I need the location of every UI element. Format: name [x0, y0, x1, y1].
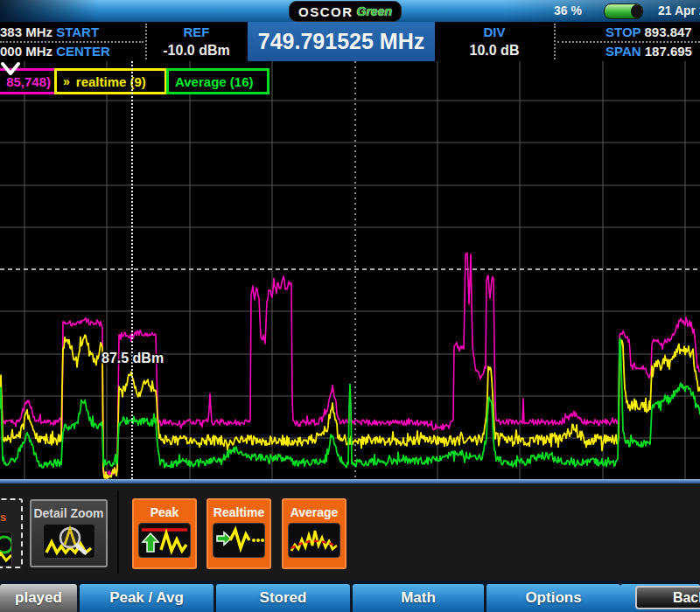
ref-cell[interactable]: REF -10.0 dBm: [147, 22, 246, 61]
cursor-amplitude-label: 87.5 dBm: [102, 351, 164, 366]
logo-text-oscor: OSCOR: [298, 4, 354, 19]
ref-label: REF: [147, 24, 246, 39]
legend-average-text: Average (16): [175, 74, 254, 89]
start-center-cell[interactable]: 383 MHz START 000 MHz CENTER: [0, 22, 145, 61]
tab-math[interactable]: Math: [353, 584, 484, 612]
active-trace-arrow-icon: »: [63, 74, 70, 88]
tab-stored[interactable]: Stored: [216, 584, 350, 612]
average-button-label: Average: [284, 505, 345, 519]
peak-trace-button[interactable]: Peak: [132, 498, 197, 569]
dotted-separator: [0, 41, 144, 43]
tab-displayed-label: played: [15, 589, 62, 607]
tab-stored-label: Stored: [260, 589, 307, 607]
date-display: 21 Apr 20: [658, 3, 700, 17]
center-value: 000 MHz: [0, 44, 52, 59]
tab-peak-avg[interactable]: Peak / Avg: [80, 584, 214, 612]
trace-toolbar: s Detail Zoom Peak: [0, 483, 700, 581]
partial-button-icon: [0, 532, 12, 567]
spectrum-plot[interactable]: 85,748) » realtime (9) Average (16) 87.5…: [0, 61, 700, 479]
start-label: START: [56, 24, 99, 39]
tab-options-label: Options: [525, 589, 581, 607]
detail-zoom-icon: [43, 524, 95, 559]
detail-zoom-button[interactable]: Detail Zoom: [30, 499, 108, 567]
realtime-trace-icon: [213, 523, 265, 558]
span-value: 187.695: [645, 44, 692, 59]
start-value: 383 MHz: [0, 24, 52, 39]
tab-displayed[interactable]: played: [0, 584, 77, 612]
back-button[interactable]: Back: [635, 586, 700, 609]
tab-peak-avg-label: Peak / Avg: [109, 589, 184, 607]
legend-average-trace[interactable]: Average (16): [166, 68, 270, 94]
battery-tip: [631, 4, 643, 18]
realtime-button-label: Realtime: [208, 505, 270, 519]
frequency-readout-header: 383 MHz START 000 MHz CENTER REF -10.0 d…: [0, 22, 700, 61]
average-trace-icon: [288, 523, 340, 558]
partial-button-label-fragment: s: [0, 511, 6, 524]
tab-options[interactable]: Options: [486, 584, 620, 612]
center-frequency-display[interactable]: 749.791525 MHz: [248, 22, 435, 61]
bottom-tab-bar: played Peak / Avg Stored Math Options: [0, 581, 700, 612]
div-cell[interactable]: DIV 10.0 dB: [435, 22, 554, 61]
tab-math-label: Math: [401, 589, 436, 607]
spectrum-traces: [0, 61, 700, 479]
average-trace-button[interactable]: Average: [282, 498, 346, 569]
span-label: SPAN: [606, 44, 641, 59]
peak-trace-icon: [138, 523, 191, 558]
peak-button-label: Peak: [134, 505, 195, 519]
dotted-separator: [557, 41, 700, 43]
toolbar-separator: [117, 490, 119, 574]
stop-label: STOP: [606, 24, 640, 39]
stop-value: 893.847: [644, 24, 691, 39]
ref-value: -10.0 dBm: [147, 43, 246, 59]
partial-left-button[interactable]: s: [0, 498, 23, 568]
legend-realtime-text: realtime (9): [76, 74, 146, 89]
oscor-green-logo: OSCOR Green: [289, 1, 402, 22]
detail-zoom-label: Detail Zoom: [32, 506, 106, 520]
logo-text-green: Green: [357, 4, 392, 18]
cursor-arrow-icon: [0, 61, 21, 77]
legend-realtime-trace[interactable]: » realtime (9): [54, 68, 167, 94]
top-status-bar: OSCOR Green 36 % 21 Apr 20: [0, 0, 700, 22]
battery-percentage: 36 %: [554, 3, 582, 17]
div-value: 10.0 dB: [435, 43, 554, 59]
battery-icon: [604, 3, 643, 19]
realtime-trace-button[interactable]: Realtime: [206, 498, 271, 569]
frequency-cursor-line[interactable]: [131, 61, 133, 479]
div-label: DIV: [435, 24, 554, 39]
center-label: CENTER: [56, 44, 110, 59]
stop-span-cell[interactable]: STOP 893.847 SPAN 187.695: [556, 22, 700, 61]
